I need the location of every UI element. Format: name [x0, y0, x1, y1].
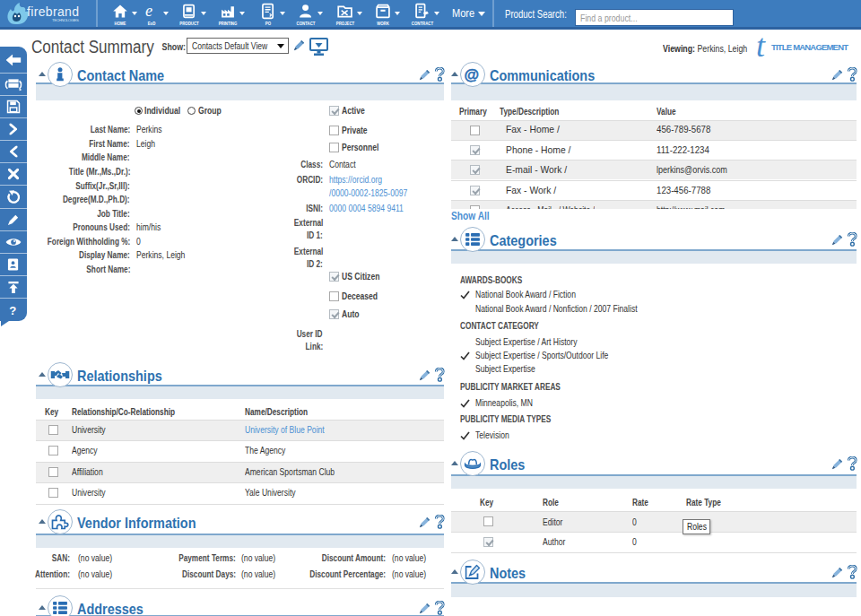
svg-text:TITLE MANAGEMENT: TITLE MANAGEMENT: [771, 42, 848, 52]
svg-text:t: t: [756, 34, 766, 59]
svg-text:?: ?: [9, 303, 16, 317]
svg-text:firebrand: firebrand: [27, 4, 79, 19]
svg-text:e: e: [145, 3, 152, 20]
svg-text:TECHNOLOGIES: TECHNOLOGIES: [52, 18, 79, 22]
svg-text:@: @: [465, 66, 480, 83]
